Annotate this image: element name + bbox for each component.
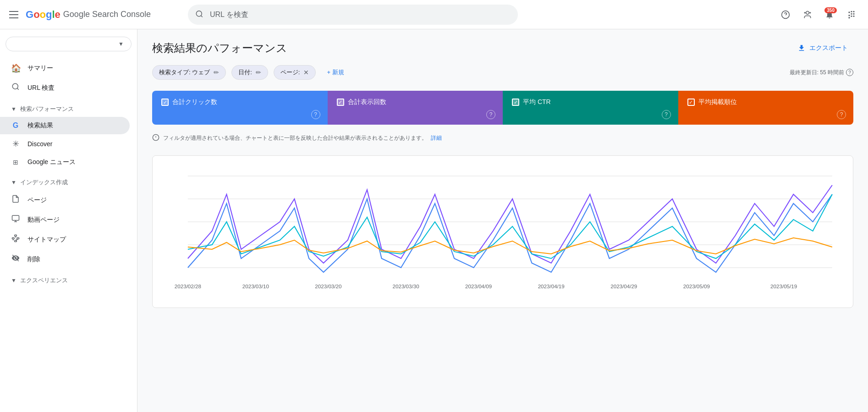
sidebar: ▼ 🏠 サマリー URL 検査 ▼ 検索パフォーマンス — [0, 29, 137, 412]
metric-label-clicks: 合計クリック数 — [172, 98, 217, 106]
svg-text:2023/04/09: 2023/04/09 — [465, 284, 492, 289]
svg-line-18 — [16, 239, 18, 241]
nav-section-title-experience: エクスペリエンス — [20, 276, 68, 285]
svg-rect-15 — [15, 241, 17, 242]
search-type-filter[interactable]: 検索タイプ: ウェブ ✏ — [152, 65, 226, 80]
nav-section-performance: ▼ 検索パフォーマンス G 検索結果 ✳ Discover ⊞ Google ニ… — [0, 101, 137, 171]
metric-card-clicks[interactable]: ✓ 合計クリック数 ? — [152, 91, 328, 125]
search-icon — [195, 10, 203, 19]
info-link[interactable]: 詳細 — [431, 134, 442, 142]
info-bar: フィルタが適用されている場合、チャートと表に一部を反映した合計や結果が表示される… — [152, 130, 853, 146]
url-search-bar — [188, 5, 518, 25]
google-logo-text: Google — [26, 9, 60, 21]
svg-point-4 — [806, 11, 809, 14]
metric-checkbox-position: ✓ — [687, 99, 695, 106]
search-icon — [11, 82, 20, 93]
chevron-down-icon: ▼ — [118, 41, 124, 47]
home-icon: 🏠 — [11, 63, 20, 73]
sidebar-item-google-news[interactable]: ⊞ Google ニュース — [0, 154, 130, 171]
metric-label-position: 平均掲載順位 — [698, 98, 737, 106]
metric-label-impressions: 合計表示回数 — [348, 98, 386, 106]
metric-card-ctr[interactable]: ✓ 平均 CTR ? — [503, 91, 678, 125]
sidebar-item-video-pages[interactable]: 動画ページ — [0, 210, 130, 230]
performance-chart: 2023/02/28 2023/03/10 2023/03/20 2023/03… — [164, 167, 842, 295]
app-layout: ▼ 🏠 サマリー URL 検査 ▼ 検索パフォーマンス — [0, 29, 868, 412]
header-left: Google Google Search Console — [7, 9, 177, 21]
nav-section-header-performance[interactable]: ▼ 検索パフォーマンス — [0, 101, 137, 117]
page-label: ページ: — [280, 68, 300, 77]
edit-icon: ✏ — [256, 69, 261, 76]
page-header: 検索結果のパフォーマンス エクスポート — [152, 40, 853, 56]
nav-section-main: 🏠 サマリー URL 検査 — [0, 59, 137, 98]
metric-question-position: ? — [837, 110, 846, 119]
nav-section-header-index[interactable]: ▼ インデックス作成 — [0, 175, 137, 190]
metric-cards: ✓ 合計クリック数 ? ✓ 合計表示回数 ? ✓ 平均 CTR — [152, 91, 853, 125]
svg-text:2023/03/20: 2023/03/20 — [315, 284, 341, 289]
metric-question-impressions: ? — [486, 110, 495, 119]
nav-section-index: ▼ インデックス作成 ページ 動画ページ — [0, 175, 137, 269]
sidebar-label-video-pages: 動画ページ — [27, 216, 60, 224]
sidebar-item-search-results[interactable]: G 検索結果 — [0, 117, 130, 134]
notifications-button[interactable]: 350 — [820, 5, 839, 24]
app-name: Google Search Console — [63, 10, 151, 19]
sidebar-label-google-news: Google ニュース — [27, 158, 76, 166]
nav-section-header-experience[interactable]: ▼ エクスペリエンス — [0, 273, 137, 288]
sidebar-item-sitemap[interactable]: サイトマップ — [0, 230, 130, 249]
svg-rect-14 — [17, 238, 19, 239]
chart-container: 2023/02/28 2023/03/10 2023/03/20 2023/03… — [152, 155, 853, 308]
new-filter-button[interactable]: + 新規 — [321, 66, 349, 79]
notification-badge: 350 — [824, 7, 837, 13]
header-right: 350 — [776, 5, 861, 24]
metric-card-position[interactable]: ✓ 平均掲載順位 ? — [678, 91, 854, 125]
sidebar-item-url-inspection[interactable]: URL 検査 — [0, 78, 130, 98]
news-icon: ⊞ — [11, 159, 20, 166]
sitemap-icon — [11, 234, 20, 245]
sidebar-item-summary[interactable]: 🏠 サマリー — [0, 59, 130, 78]
close-icon[interactable]: ✕ — [303, 69, 309, 76]
new-filter-label: + 新規 — [327, 68, 344, 77]
chevron-icon: ▼ — [11, 179, 16, 186]
svg-point-0 — [196, 11, 202, 16]
page-filter[interactable]: ページ: ✕ — [274, 65, 316, 80]
hamburger-menu[interactable] — [7, 9, 20, 20]
url-search-input[interactable] — [188, 5, 518, 25]
sidebar-item-pages[interactable]: ページ — [0, 190, 130, 210]
svg-text:2023/03/10: 2023/03/10 — [242, 284, 269, 289]
apps-button[interactable] — [842, 5, 861, 24]
last-updated: 最終更新日: 55 時間前 ? — [790, 69, 853, 77]
info-text: フィルタが適用されている場合、チャートと表に一部を反映した合計や結果が表示される… — [163, 134, 427, 142]
svg-point-5 — [809, 12, 811, 13]
discover-icon: ✳ — [11, 139, 20, 149]
sidebar-label-url-inspection: URL 検査 — [27, 84, 55, 92]
svg-text:2023/04/29: 2023/04/29 — [610, 284, 637, 289]
chevron-icon: ▼ — [11, 277, 16, 284]
svg-text:2023/02/28: 2023/02/28 — [175, 284, 201, 289]
metric-card-impressions[interactable]: ✓ 合計表示回数 ? — [328, 91, 503, 125]
search-type-label: 検索タイプ: ウェブ — [159, 68, 210, 77]
nav-section-experience: ▼ エクスペリエンス — [0, 273, 137, 288]
svg-point-6 — [804, 12, 806, 13]
date-filter[interactable]: 日付: ✏ — [231, 65, 268, 80]
sidebar-item-discover[interactable]: ✳ Discover — [0, 134, 130, 154]
sidebar-label-search-results: 検索結果 — [27, 121, 53, 130]
svg-rect-13 — [12, 238, 15, 239]
svg-rect-12 — [15, 235, 17, 236]
property-selector[interactable]: ▼ — [5, 37, 132, 51]
svg-text:2023/05/19: 2023/05/19 — [770, 284, 797, 289]
removals-icon — [11, 254, 20, 264]
metric-checkbox-impressions: ✓ — [337, 99, 344, 106]
metric-checkbox-clicks: ✓ — [161, 99, 169, 106]
export-button[interactable]: エクスポート — [792, 40, 853, 56]
svg-text:2023/04/19: 2023/04/19 — [538, 284, 565, 289]
last-updated-text: 最終更新日: 55 時間前 — [790, 69, 844, 77]
app-logo: Google Google Search Console — [26, 9, 151, 21]
settings-button[interactable] — [798, 5, 817, 24]
date-label: 日付: — [238, 68, 252, 77]
sidebar-item-removals[interactable]: 削除 — [0, 249, 130, 269]
help-button[interactable] — [776, 5, 795, 24]
nav-section-title-performance: 検索パフォーマンス — [20, 105, 74, 113]
svg-rect-9 — [12, 215, 19, 220]
metric-checkbox-ctr: ✓ — [512, 99, 519, 106]
filters-bar: 検索タイプ: ウェブ ✏ 日付: ✏ ページ: ✕ + 新規 最終更新日: 55… — [152, 65, 853, 80]
sidebar-label-discover: Discover — [27, 140, 52, 148]
